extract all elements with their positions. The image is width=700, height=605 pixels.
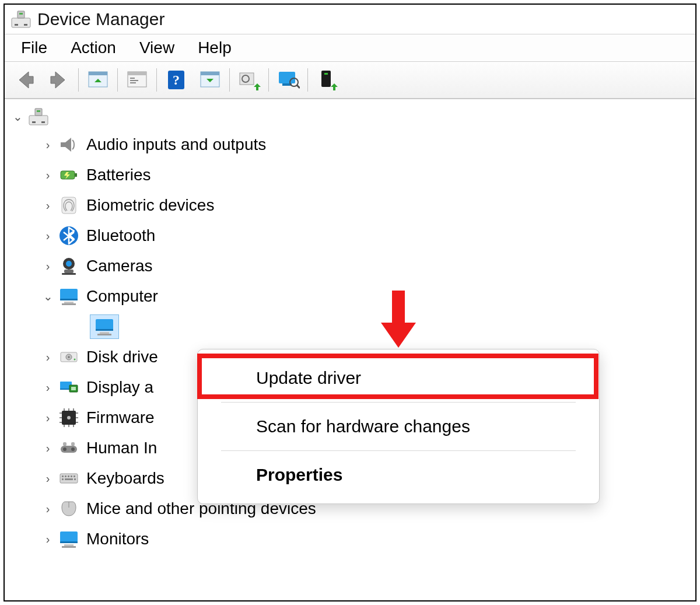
- tree-label: Human In: [86, 439, 157, 457]
- audio-icon: [57, 133, 80, 156]
- annotation-arrow-icon: [378, 291, 419, 349]
- tree-node-computer[interactable]: ⌄ Computer: [7, 281, 693, 312]
- ctx-separator: [221, 450, 576, 451]
- svg-rect-74: [63, 442, 66, 446]
- toolbar-separator: [156, 68, 157, 92]
- svg-point-38: [66, 261, 72, 267]
- tree-label: Batteries: [86, 166, 151, 184]
- firmware-icon: [57, 406, 80, 429]
- back-button[interactable]: [12, 67, 38, 93]
- scan-hardware-icon[interactable]: [275, 67, 302, 93]
- forward-button[interactable]: [46, 67, 72, 93]
- menu-file[interactable]: File: [9, 36, 59, 60]
- menu-action[interactable]: Action: [59, 36, 128, 60]
- show-hidden-icon[interactable]: [85, 67, 111, 93]
- add-legacy-icon[interactable]: [314, 67, 341, 93]
- svg-rect-81: [74, 475, 75, 477]
- disk-icon: [57, 345, 80, 369]
- hid-icon: [57, 436, 80, 460]
- chevron-right-icon[interactable]: ›: [40, 502, 56, 516]
- ctx-update-driver[interactable]: Update driver: [198, 356, 599, 400]
- chevron-right-icon[interactable]: ›: [40, 381, 56, 394]
- menu-view[interactable]: View: [128, 36, 186, 60]
- device-manager-icon: [10, 9, 32, 30]
- tree-label: Cameras: [86, 257, 153, 275]
- chevron-right-icon[interactable]: ›: [40, 199, 56, 212]
- svg-rect-11: [130, 80, 138, 81]
- svg-marker-91: [381, 323, 416, 348]
- svg-rect-56: [71, 387, 76, 390]
- update-driver-icon[interactable]: [236, 67, 262, 93]
- svg-rect-28: [29, 116, 48, 125]
- svg-rect-21: [279, 72, 295, 83]
- tree-node-monitors[interactable]: › Monitors: [7, 524, 693, 554]
- toolbar-separator: [229, 68, 230, 92]
- tree-node-biometric[interactable]: › Biometric devices: [7, 190, 693, 221]
- svg-rect-1: [15, 24, 18, 26]
- tree-node-computer-device[interactable]: [7, 312, 693, 342]
- svg-rect-78: [65, 475, 66, 477]
- chevron-right-icon[interactable]: ›: [40, 533, 56, 546]
- tree-label: Disk drive: [86, 348, 158, 366]
- svg-rect-80: [71, 475, 72, 477]
- context-menu: Update driver Scan for hardware changes …: [197, 349, 600, 504]
- chevron-right-icon[interactable]: ›: [40, 138, 56, 152]
- svg-rect-16: [201, 72, 219, 75]
- svg-rect-0: [12, 18, 30, 27]
- svg-rect-2: [24, 24, 27, 26]
- tree-node-cameras[interactable]: › Cameras: [7, 251, 693, 281]
- keyboard-icon: [57, 467, 80, 490]
- tree-label: Bluetooth: [86, 226, 155, 245]
- biometric-icon: [57, 194, 80, 217]
- svg-point-70: [67, 416, 71, 419]
- svg-rect-6: [89, 72, 107, 75]
- menu-help[interactable]: Help: [186, 36, 243, 60]
- ctx-scan-hardware[interactable]: Scan for hardware changes: [198, 405, 599, 448]
- svg-line-24: [297, 85, 300, 88]
- chevron-right-icon[interactable]: ›: [40, 472, 56, 485]
- computer-icon: [57, 285, 80, 308]
- mouse-icon: [57, 497, 80, 520]
- svg-rect-75: [71, 442, 75, 446]
- tree-root[interactable]: ⌄: [7, 104, 693, 130]
- bluetooth-icon: [57, 224, 80, 247]
- chevron-right-icon[interactable]: ›: [40, 169, 56, 182]
- action-icon[interactable]: [197, 67, 223, 93]
- tree-label: Monitors: [86, 530, 149, 548]
- svg-rect-90: [392, 291, 405, 323]
- computer-device-icon: [90, 314, 119, 339]
- chevron-down-icon[interactable]: ⌄: [40, 289, 56, 303]
- device-manager-window: Device Manager File Action View Help ?: [4, 4, 696, 601]
- display-adapter-icon: [57, 376, 80, 399]
- svg-rect-4: [19, 13, 23, 15]
- svg-rect-30: [41, 121, 45, 123]
- chevron-right-icon[interactable]: ›: [40, 442, 56, 455]
- tree-node-bluetooth[interactable]: › Bluetooth: [7, 221, 693, 251]
- ctx-properties[interactable]: Properties: [198, 453, 599, 496]
- properties-icon[interactable]: [124, 67, 150, 93]
- svg-rect-9: [128, 72, 146, 75]
- monitor-icon: [57, 527, 80, 551]
- window-title: Device Manager: [37, 9, 164, 29]
- tree-node-batteries[interactable]: › Batteries: [7, 160, 693, 190]
- chevron-right-icon[interactable]: ›: [40, 351, 56, 364]
- chevron-right-icon[interactable]: ›: [40, 411, 56, 425]
- battery-icon: [57, 163, 80, 187]
- camera-icon: [57, 254, 80, 278]
- svg-rect-83: [65, 478, 73, 480]
- svg-point-52: [74, 359, 76, 361]
- tree-label: Computer: [86, 287, 158, 306]
- svg-rect-43: [64, 302, 74, 303]
- svg-rect-34: [75, 173, 77, 177]
- svg-rect-44: [62, 303, 76, 305]
- svg-rect-12: [130, 82, 136, 83]
- svg-point-72: [63, 447, 66, 451]
- chevron-down-icon[interactable]: ⌄: [9, 110, 26, 124]
- svg-rect-77: [62, 475, 64, 477]
- svg-rect-32: [37, 110, 40, 112]
- help-icon[interactable]: ?: [163, 67, 190, 93]
- tree-node-audio[interactable]: › Audio inputs and outputs: [7, 130, 693, 160]
- chevron-right-icon[interactable]: ›: [40, 229, 56, 243]
- svg-text:?: ?: [173, 72, 180, 88]
- chevron-right-icon[interactable]: ›: [40, 260, 56, 273]
